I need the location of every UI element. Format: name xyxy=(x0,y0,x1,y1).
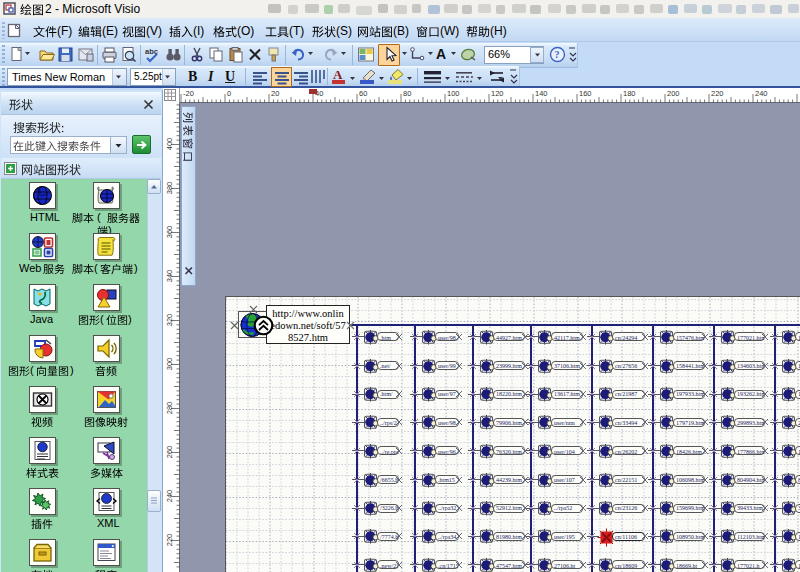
svg-text:340: 340 xyxy=(165,270,174,283)
svg-text:42117.htm: 42117.htm xyxy=(554,335,580,341)
svg-text:37106.htm: 37106.htm xyxy=(554,363,580,369)
svg-text:47547.htm: 47547.htm xyxy=(496,563,522,569)
svg-text:134603.htm: 134603.htm xyxy=(737,363,764,369)
svg-text:-20: -20 xyxy=(183,89,194,98)
svg-text:160: 160 xyxy=(579,89,592,98)
svg-text:13617.htm: 13617.htm xyxy=(554,391,580,397)
svg-text:240: 240 xyxy=(165,490,174,503)
svg-text:52912.htm: 52912.htm xyxy=(496,505,522,511)
svg-text:197933.htm: 197933.htm xyxy=(676,391,704,397)
svg-text:user/98: user/98 xyxy=(438,335,456,341)
svg-text:300: 300 xyxy=(165,358,174,371)
svg-text:360: 360 xyxy=(165,226,174,239)
svg-text:cn/23126: cn/23126 xyxy=(615,505,637,511)
svg-text:user/96: user/96 xyxy=(438,449,456,455)
svg-text:44927.htm: 44927.htm xyxy=(496,335,522,341)
svg-text:158441.htm: 158441.htm xyxy=(676,363,704,369)
svg-text:380: 380 xyxy=(165,182,174,195)
svg-text:400: 400 xyxy=(165,138,174,151)
svg-text:cn/24294: cn/24294 xyxy=(615,335,637,341)
svg-text:user/99: user/99 xyxy=(438,363,456,369)
svg-text:81980.htm: 81980.htm xyxy=(496,534,522,540)
svg-text:user/nnn: user/nnn xyxy=(554,420,575,426)
svg-text:120: 120 xyxy=(491,89,504,98)
svg-text:108950.htm: 108950.htm xyxy=(676,534,704,540)
svg-text:159699.htm: 159699.htm xyxy=(676,505,704,511)
svg-text:20: 20 xyxy=(271,89,279,98)
svg-text:76320.htm: 76320.htm xyxy=(496,449,522,455)
svg-text:.htm15: .htm15 xyxy=(438,477,455,483)
svg-text:220: 220 xyxy=(165,534,174,547)
svg-text:cn/21987: cn/21987 xyxy=(615,391,637,397)
svg-text:39433.htm: 39433.htm xyxy=(737,505,763,511)
svg-text:177021.h: 177021.h xyxy=(737,563,760,569)
svg-text:../rpa32: ../rpa32 xyxy=(438,505,456,511)
svg-text:177866.htm: 177866.htm xyxy=(737,449,764,455)
svg-text:cn/27656: cn/27656 xyxy=(615,363,637,369)
svg-text:106098.htm: 106098.htm xyxy=(676,477,704,483)
svg-text:80: 80 xyxy=(403,89,411,98)
svg-text:220: 220 xyxy=(711,89,724,98)
svg-text:200: 200 xyxy=(667,89,680,98)
svg-text:112103.htm: 112103.htm xyxy=(737,534,764,540)
svg-text:280: 280 xyxy=(165,402,174,415)
svg-text:user/98: user/98 xyxy=(438,420,456,426)
svg-text:?: ? xyxy=(555,49,560,60)
svg-text:../rpa34: ../rpa34 xyxy=(438,534,456,540)
svg-text:44239.htm: 44239.htm xyxy=(496,477,522,483)
svg-text:0: 0 xyxy=(227,89,231,98)
svg-text:18426.htm: 18426.htm xyxy=(676,449,702,455)
svg-text:100: 100 xyxy=(447,89,460,98)
svg-text:320: 320 xyxy=(165,314,174,327)
svg-text:804904.htm: 804904.htm xyxy=(737,477,764,483)
svg-text:18669.ht: 18669.ht xyxy=(676,563,698,569)
svg-text:260: 260 xyxy=(165,446,174,459)
svg-text:.htm/: .htm/ xyxy=(380,391,393,397)
svg-text:179719.htm: 179719.htm xyxy=(676,420,704,426)
svg-text:299893.htm: 299893.htm xyxy=(737,420,764,426)
svg-text:../rpa52: ../rpa52 xyxy=(554,505,572,511)
svg-text:cn/33494: cn/33494 xyxy=(615,420,637,426)
svg-text:240: 240 xyxy=(755,89,768,98)
svg-text:user/97: user/97 xyxy=(438,391,456,397)
svg-text:cn/18609: cn/18609 xyxy=(615,563,637,569)
svg-text:193262.htm: 193262.htm xyxy=(737,391,764,397)
svg-text:cn/22151: cn/22151 xyxy=(615,477,637,483)
svg-text:79906.htm: 79906.htm xyxy=(496,420,522,426)
svg-text:23999.htm: 23999.htm xyxy=(496,363,522,369)
svg-text:.net/: .net/ xyxy=(380,363,391,369)
svg-text:user/107: user/107 xyxy=(554,477,575,483)
svg-text:user/104: user/104 xyxy=(554,449,575,455)
svg-text:.htm: .htm xyxy=(380,335,391,341)
svg-text:user/195: user/195 xyxy=(554,534,575,540)
svg-text:60: 60 xyxy=(359,89,367,98)
svg-text:18220.htm: 18220.htm xyxy=(496,391,522,397)
svg-text:cn/11106: cn/11106 xyxy=(615,534,637,540)
svg-text:cn/26202: cn/26202 xyxy=(615,449,637,455)
svg-text:157476.htm: 157476.htm xyxy=(676,335,704,341)
svg-text:27106.ht: 27106.ht xyxy=(554,563,576,569)
svg-text:177021.htm: 177021.htm xyxy=(737,335,764,341)
svg-text:140: 140 xyxy=(535,89,548,98)
svg-text:180: 180 xyxy=(623,89,636,98)
